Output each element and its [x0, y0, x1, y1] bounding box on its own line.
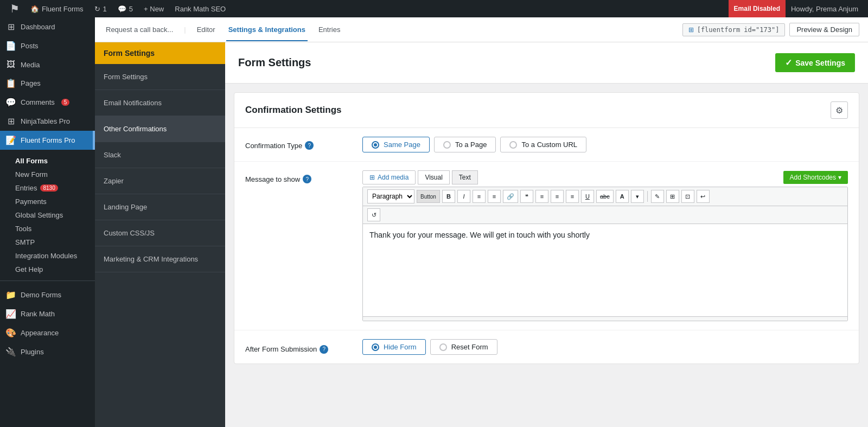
editor-button-btn[interactable]: Button	[417, 190, 440, 203]
sidebar-item-appearance[interactable]: 🎨 Appearance	[0, 323, 95, 342]
shortcode-box[interactable]: ⊞ [fluentform id="173"]	[682, 23, 786, 36]
confirmation-card-title: Confirmation Settings	[245, 105, 342, 116]
editor-resize-handle[interactable]	[363, 316, 847, 321]
editor-unordered-list-button[interactable]: ≡	[473, 190, 486, 203]
appearance-icon: 🎨	[5, 328, 16, 338]
editor-align-right-button[interactable]: ≡	[566, 190, 579, 203]
editor-text-color-button[interactable]: A	[616, 190, 629, 203]
message-to-show-control: ⊞ Add media Visual Text	[362, 170, 848, 321]
comments-icon-bar[interactable]: 💬 5	[112, 0, 138, 17]
revision-icon[interactable]: ↻ 1	[89, 0, 112, 17]
settings-panel-item-other-confirmations[interactable]: Other Confirmations	[95, 116, 225, 142]
dashboard-icon: ⊞	[5, 22, 16, 32]
site-icon: 🏠	[30, 5, 39, 13]
settings-panel-item-slack[interactable]: Slack	[95, 142, 225, 168]
sidebar-item-all-forms[interactable]: All Forms	[0, 154, 95, 168]
sidebar-item-plugins[interactable]: 🔌 Plugins	[0, 342, 95, 361]
radio-hide-form[interactable]: Hide Form	[362, 339, 426, 355]
plugins-icon: 🔌	[5, 347, 16, 357]
sidebar-item-tools[interactable]: Tools	[0, 222, 95, 235]
editor-align-center-button[interactable]: ≡	[551, 190, 564, 203]
wordpress-logo[interactable]: ⚑	[4, 0, 25, 17]
wp-editor-toolbar-1: Paragraph Button B I ≡ ≡ 🔗 ❝ ≡	[363, 187, 847, 206]
settings-panel-item-form-settings[interactable]: Form Settings	[95, 64, 225, 90]
sidebar-item-fluentforms[interactable]: 📝 Fluent Forms Pro	[0, 131, 95, 150]
message-toolbar: ⊞ Add media Visual Text	[362, 170, 848, 184]
sidebar-item-demo-forms[interactable]: 📁 Demo Forms	[0, 285, 95, 304]
radio-reset-form[interactable]: Reset Form	[430, 339, 497, 355]
sidebar-item-new-form[interactable]: New Form	[0, 168, 95, 181]
editor-redo-button[interactable]: ↺	[367, 208, 380, 221]
confirmation-type-radio-group: Same Page To a Page To a Custom URL	[362, 137, 848, 152]
topbar-settings[interactable]: Settings & Integrations	[226, 26, 308, 41]
gear-icon: ⚙	[835, 105, 843, 116]
rank-math-bar[interactable]: Rank Math SEO	[169, 0, 231, 17]
main-layout: ⊞ Dashboard 📄 Posts 🖼 Media 📋 Pages 💬 Co…	[0, 17, 868, 427]
settings-panel-item-marketing[interactable]: Marketing & CRM Integrations	[95, 246, 225, 272]
site-name[interactable]: 🏠 Fluent Forms	[25, 0, 89, 17]
sidebar-item-smtp[interactable]: SMTP	[0, 235, 95, 249]
visual-tab-button[interactable]: Visual	[418, 170, 449, 184]
save-settings-button[interactable]: ✓ Save Settings	[775, 53, 855, 72]
sidebar-item-dashboard[interactable]: ⊞ Dashboard	[0, 17, 95, 36]
editor-strikethrough-button[interactable]: abc	[596, 190, 614, 203]
preview-design-button[interactable]: Preview & Design	[789, 23, 859, 36]
sidebar-item-rank-math[interactable]: 📈 Rank Math	[0, 304, 95, 323]
entries-badge: 8130	[40, 184, 58, 192]
rank-math-icon: 📈	[5, 309, 16, 319]
editor-outdent-button[interactable]: ⊡	[681, 190, 694, 203]
sidebar-item-payments[interactable]: Payments	[0, 195, 95, 208]
editor-link-button[interactable]: 🔗	[503, 190, 518, 203]
pages-icon: 📋	[5, 78, 16, 88]
editor-undo-button[interactable]: ↩	[697, 190, 710, 203]
editor-pencil-button[interactable]: ✎	[651, 190, 664, 203]
demo-forms-icon: 📁	[5, 290, 16, 300]
admin-bar-right: Email Disabled Howdy, Prema Anjum	[729, 0, 864, 17]
editor-bold-button[interactable]: B	[442, 190, 455, 203]
sidebar-item-get-help[interactable]: Get Help	[0, 263, 95, 276]
radio-dot-to-custom-url	[509, 141, 517, 149]
sidebar-item-entries[interactable]: Entries 8130	[0, 181, 95, 195]
topbar-editor[interactable]: Editor	[195, 26, 218, 34]
settings-panel-item-landing-page[interactable]: Landing Page	[95, 194, 225, 220]
editor-indent-button[interactable]: ⊞	[666, 190, 679, 203]
settings-panel-item-email[interactable]: Email Notifications	[95, 90, 225, 116]
fluentforms-icon: 📝	[5, 135, 16, 145]
radio-to-a-page[interactable]: To a Page	[434, 137, 496, 152]
admin-bar: ⚑ 🏠 Fluent Forms ↻ 1 💬 5 + New Rank Math…	[0, 0, 868, 17]
editor-color-dropdown-button[interactable]: ▾	[631, 190, 644, 203]
wp-editor: Paragraph Button B I ≡ ≡ 🔗 ❝ ≡	[362, 187, 848, 321]
radio-to-custom-url[interactable]: To a Custom URL	[500, 137, 586, 152]
paragraph-select[interactable]: Paragraph	[367, 189, 414, 203]
page-title: Form Settings	[238, 56, 311, 69]
confirmation-type-label: Confirmation Type ?	[245, 137, 354, 150]
media-icon: 🖼	[5, 60, 16, 69]
confirmation-type-info-icon[interactable]: ?	[305, 141, 314, 150]
sidebar-item-media[interactable]: 🖼 Media	[0, 55, 95, 74]
editor-blockquote-button[interactable]: ❝	[520, 190, 533, 203]
sidebar-item-ninjatables[interactable]: ⊞ NinjaTables Pro	[0, 112, 95, 131]
editor-underline-button[interactable]: U	[581, 190, 594, 203]
message-info-icon[interactable]: ?	[303, 175, 311, 183]
sidebar-item-global-settings[interactable]: Global Settings	[0, 208, 95, 222]
sidebar-item-pages[interactable]: 📋 Pages	[0, 74, 95, 93]
text-tab-button[interactable]: Text	[452, 170, 478, 184]
wp-editor-content[interactable]: Thank you for your message. We will get …	[363, 224, 847, 316]
new-button[interactable]: + New	[138, 0, 169, 17]
settings-gear-button[interactable]: ⚙	[831, 101, 848, 119]
topbar-entries[interactable]: Entries	[316, 26, 342, 34]
after-submission-info-icon[interactable]: ?	[320, 345, 328, 354]
sidebar-item-posts[interactable]: 📄 Posts	[0, 36, 95, 55]
topbar-request-callback[interactable]: Request a call back...	[104, 26, 175, 34]
editor-ordered-list-button[interactable]: ≡	[488, 190, 501, 203]
settings-panel-title: Form Settings	[95, 42, 225, 64]
add-shortcodes-button[interactable]: Add Shortcodes ▾	[783, 171, 848, 184]
settings-panel-item-zapier[interactable]: Zapier	[95, 168, 225, 194]
add-media-button[interactable]: ⊞ Add media	[362, 170, 416, 184]
editor-italic-button[interactable]: I	[457, 190, 470, 203]
settings-panel-item-custom-css[interactable]: Custom CSS/JS	[95, 220, 225, 246]
editor-align-left-button[interactable]: ≡	[535, 190, 548, 203]
radio-same-page[interactable]: Same Page	[362, 137, 430, 152]
sidebar-item-integration-modules[interactable]: Integration Modules	[0, 249, 95, 263]
sidebar-item-comments[interactable]: 💬 Comments 5	[0, 93, 95, 112]
